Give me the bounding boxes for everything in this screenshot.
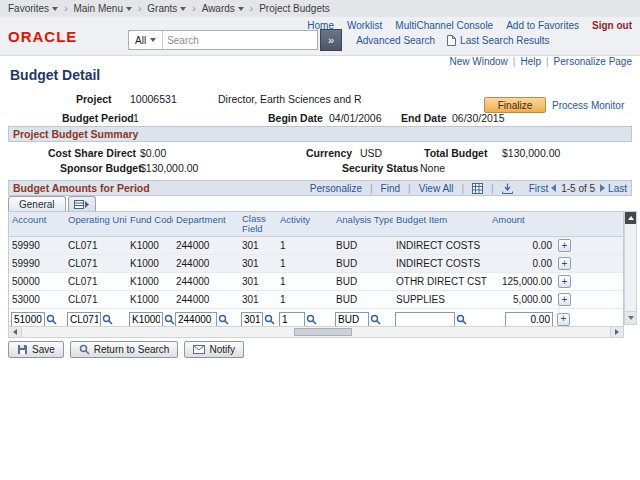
cell-account: 59990 xyxy=(9,240,65,251)
breadcrumb-separator-icon xyxy=(64,3,67,14)
personalize-page-link[interactable]: Personalize Page xyxy=(554,56,632,67)
last-link[interactable]: Last xyxy=(608,183,627,194)
new-window-link[interactable]: New Window xyxy=(449,56,507,67)
cell-account: 50000 xyxy=(9,276,65,287)
search-scope-select[interactable]: All xyxy=(129,31,163,49)
zoom-grid-icon[interactable] xyxy=(472,183,483,194)
grid-tabs: General xyxy=(8,196,96,211)
table-row[interactable]: 59990 CL071 K1000 244000 301 1 BUD INDIR… xyxy=(9,255,623,273)
department-input[interactable] xyxy=(175,312,217,327)
section-title: Project Budget Summary xyxy=(13,128,138,140)
security-status-value: None xyxy=(420,162,445,174)
process-monitor-link[interactable]: Process Monitor xyxy=(552,100,624,111)
currency-label: Currency xyxy=(306,147,352,159)
breadcrumb-project-budgets[interactable]: Project Budgets xyxy=(259,3,330,14)
budget-period-label: Budget Period xyxy=(62,112,134,124)
cell-account: 53000 xyxy=(9,294,65,305)
lookup-icon[interactable] xyxy=(264,314,275,325)
last-search-results-link[interactable]: Last Search Results xyxy=(447,35,550,46)
download-icon[interactable] xyxy=(502,183,513,194)
document-icon xyxy=(447,35,456,46)
project-label: Project xyxy=(76,93,112,105)
column-header-fund-code[interactable]: Fund Code xyxy=(127,212,173,236)
lookup-icon[interactable] xyxy=(306,314,317,325)
finalize-button[interactable]: Finalize xyxy=(484,97,546,113)
first-link[interactable]: First xyxy=(529,183,548,194)
lookup-icon[interactable] xyxy=(46,314,57,325)
cell-actions: + xyxy=(555,293,573,306)
class-field-input[interactable] xyxy=(241,312,263,327)
add-row-button[interactable]: + xyxy=(557,313,570,326)
edit-cell-analysis-type xyxy=(333,312,393,327)
save-label: Save xyxy=(32,344,55,355)
operating-unit-input[interactable] xyxy=(67,312,101,327)
scroll-down-icon[interactable] xyxy=(625,311,636,324)
view-all-link[interactable]: View All xyxy=(419,183,454,194)
table-row[interactable]: 50000 CL071 K1000 244000 301 1 BUD OTHR … xyxy=(9,273,623,291)
grid-horizontal-scrollbar[interactable] xyxy=(8,326,624,338)
advanced-search-link[interactable]: Advanced Search xyxy=(356,35,435,46)
breadcrumb-awards[interactable]: Awards xyxy=(202,3,244,14)
activity-input[interactable] xyxy=(279,312,305,327)
account-input[interactable] xyxy=(11,312,45,327)
lookup-icon[interactable] xyxy=(370,314,381,325)
add-row-button[interactable]: + xyxy=(558,239,571,252)
budget-item-input[interactable] xyxy=(395,312,455,327)
column-header-analysis-type[interactable]: Analysis Type xyxy=(333,212,393,236)
cell-budget-item: INDIRECT COSTS xyxy=(393,258,489,269)
breadcrumb-label: Project Budgets xyxy=(259,3,330,14)
fund-code-input[interactable] xyxy=(129,312,163,327)
project-description: Director, Earth Sciences and R xyxy=(218,93,362,105)
scrollbar-thumb[interactable] xyxy=(294,328,352,336)
grid-vertical-scrollbar[interactable] xyxy=(624,211,637,325)
help-link[interactable]: Help xyxy=(520,56,541,67)
previous-row-icon[interactable] xyxy=(551,184,556,192)
cell-class-field: 301 xyxy=(239,258,277,269)
save-button[interactable]: Save xyxy=(8,341,64,358)
column-header-actions xyxy=(555,212,573,236)
personalize-link[interactable]: Personalize xyxy=(310,183,362,194)
lookup-icon[interactable] xyxy=(218,314,229,325)
column-header-department[interactable]: Department xyxy=(173,212,239,236)
amount-input[interactable] xyxy=(505,312,553,327)
chevron-down-icon xyxy=(150,38,156,42)
budget-period-value: 1 xyxy=(133,112,139,124)
show-all-columns-tab[interactable] xyxy=(68,196,96,211)
table-row[interactable]: 53000 CL071 K1000 244000 301 1 BUD SUPPL… xyxy=(9,291,623,309)
search-go-button[interactable]: » xyxy=(320,29,342,51)
table-row[interactable]: 59990 CL071 K1000 244000 301 1 BUD INDIR… xyxy=(9,237,623,255)
nav-sign-out[interactable]: Sign out xyxy=(592,20,632,31)
column-header-class-field[interactable]: Class Field xyxy=(239,212,277,236)
breadcrumb-main-menu[interactable]: Main Menu xyxy=(73,3,131,14)
grid-toolbar: Personalize Find View All xyxy=(310,183,627,194)
tab-general[interactable]: General xyxy=(8,196,66,211)
return-to-search-button[interactable]: Return to Search xyxy=(70,341,179,358)
column-header-amount[interactable]: Amount xyxy=(489,212,555,236)
cell-fund-code: K1000 xyxy=(127,294,173,305)
column-header-account[interactable]: Account xyxy=(9,212,65,236)
breadcrumb-favorites[interactable]: Favorites xyxy=(8,3,58,14)
cell-budget-item: INDIRECT COSTS xyxy=(393,240,489,251)
separator xyxy=(370,183,373,194)
add-row-button[interactable]: + xyxy=(558,293,571,306)
search-input[interactable] xyxy=(163,33,317,47)
scroll-right-icon[interactable] xyxy=(610,327,623,337)
breadcrumb-label: Awards xyxy=(202,3,235,14)
lookup-icon[interactable] xyxy=(456,314,467,325)
add-row-button[interactable]: + xyxy=(558,275,571,288)
edit-cell-operating-unit xyxy=(65,312,127,327)
column-header-operating-unit[interactable]: Operating Unit xyxy=(65,212,127,236)
add-row-button[interactable]: + xyxy=(558,257,571,270)
lookup-icon[interactable] xyxy=(102,314,113,325)
edit-cell-department xyxy=(173,312,239,327)
breadcrumb-grants[interactable]: Grants xyxy=(147,3,186,14)
next-row-icon[interactable] xyxy=(600,184,605,192)
scroll-left-icon[interactable] xyxy=(9,327,22,337)
column-header-activity[interactable]: Activity xyxy=(277,212,333,236)
cell-amount: 5,000.00 xyxy=(489,294,555,305)
find-link[interactable]: Find xyxy=(381,183,400,194)
notify-button[interactable]: Notify xyxy=(184,341,244,358)
scroll-up-icon[interactable] xyxy=(625,212,636,224)
analysis-type-input[interactable] xyxy=(335,312,369,327)
column-header-budget-item[interactable]: Budget Item xyxy=(393,212,489,236)
